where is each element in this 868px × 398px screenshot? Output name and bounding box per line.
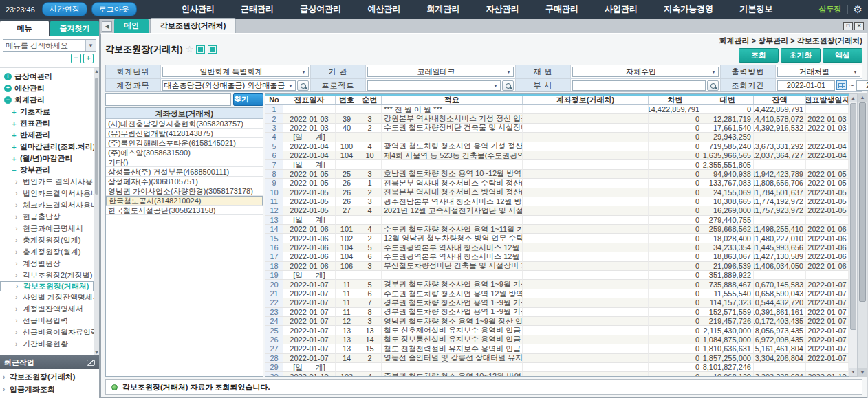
table-row-1[interactable]: 1*** 전 월 이 월 ***14,422,859,791014,422,85… xyxy=(265,105,849,114)
sidebar-item-11[interactable]: ›체크카드결의서사용내역 xyxy=(0,199,94,211)
topbar-menu-item-9[interactable]: 기본정보 xyxy=(739,3,772,15)
tree-scrollbar[interactable]: ▲ ▼ xyxy=(94,68,99,355)
client-list-item-3[interactable]: (주)에스알(3058631590) xyxy=(106,148,263,157)
client-list-item-1[interactable]: (유)무림산업개발(4128143875) xyxy=(106,129,263,138)
minimize-icon[interactable]: □ xyxy=(843,22,853,30)
table-row-15[interactable]: 152022-01-06102212월 영남권 철도차량청소 방역 업무 수탁비… xyxy=(265,234,849,243)
period-from-input[interactable]: 2022-01-01 xyxy=(777,80,835,91)
sidebar-item-20[interactable]: ›계정별잔액명세서 xyxy=(0,303,94,315)
sidebar-item-15[interactable]: ›총계정원장(월계) xyxy=(0,246,94,258)
tab-doc-ledger[interactable]: 각보조원장(거래처) xyxy=(150,18,236,33)
topbar-menu-item-3[interactable]: 예산관리 xyxy=(367,3,400,15)
topbar-menu-item-1[interactable]: 근태관리 xyxy=(241,3,274,15)
sidebar-item-16[interactable]: ›계정별원장 xyxy=(0,258,94,269)
client-list-item-4[interactable]: 기타() xyxy=(106,157,263,167)
account-lookup-button[interactable] xyxy=(297,80,309,91)
table-row-24[interactable]: 242022-01-07123영남권 철도차량 청소 용역 1~9월 정산 입금… xyxy=(265,317,849,326)
table-row-20[interactable]: 202022-01-07115경부권 철도차량 청소사업 용역 1~9월 기성 … xyxy=(265,280,849,289)
col-balance[interactable]: 잔액 xyxy=(754,96,806,104)
client-list-item-2[interactable]: (주)록인김해레스포타운(6158145021) xyxy=(106,138,263,148)
search-button[interactable]: 조회 xyxy=(739,48,779,63)
table-row-13[interactable]: 13[일 계]0279,440,755 xyxy=(265,216,849,225)
tab-menu[interactable]: 메뉴 xyxy=(0,21,49,36)
excel-button[interactable]: 엑셀 xyxy=(823,48,862,63)
sidebar-item-18[interactable]: ›각보조원장(거래처) xyxy=(0,281,94,291)
tab-scroll-left-icon[interactable]: ◀ xyxy=(102,21,112,32)
scrollbar-thumb[interactable] xyxy=(859,102,866,302)
topbar-menu-item-4[interactable]: 회계관리 xyxy=(427,3,460,15)
table-row-11[interactable]: 112022-01-05263광주전남본부 역사내 청소서비스 12월 방역비용… xyxy=(265,197,849,206)
topbar-menu-item-2[interactable]: 급상여관리 xyxy=(300,3,341,15)
table-row-28[interactable]: 282022-01-07142영동선 솔안터널 및 강릉선 장대터널 유지관리 … xyxy=(265,354,849,363)
topbar-menu-item-8[interactable]: 지속가능경영 xyxy=(664,3,713,15)
project-select[interactable]: ▼ xyxy=(367,80,501,91)
col-debit[interactable]: 차변 xyxy=(649,96,702,104)
client-list-item-0[interactable]: (사)대전충남경영자총협회(3058203757) xyxy=(106,119,263,129)
page-scrollbar[interactable]: ▲ ▼ xyxy=(858,93,867,377)
sidebar-item-9[interactable]: ›법인카드 결의서사용 내역 xyxy=(0,176,94,188)
sidebar-item-7[interactable]: +(월/년)마감관리 xyxy=(0,153,94,164)
scroll-down-icon[interactable]: ▼ xyxy=(858,368,867,377)
sidebar-item-23[interactable]: ›기간비용현황 xyxy=(0,338,94,350)
table-row-25[interactable]: 252022-01-071313철도 신호제어설비 유지보수 용역비 입금02,… xyxy=(265,326,849,335)
sidebar-item-6[interactable]: +일마감관리(조회.처리) xyxy=(0,141,94,153)
col-credit[interactable]: 대변 xyxy=(702,96,754,104)
table-row-17[interactable]: 172022-01-061046수도권광역본부 역사내 청소서비스 12월 방역… xyxy=(265,252,849,261)
tab-favorites[interactable]: 즐겨찾기 xyxy=(50,21,99,36)
fund-select[interactable]: 자체수입▼ xyxy=(572,67,719,77)
col-no[interactable]: No xyxy=(265,96,283,104)
acct-unit-select[interactable]: 일반회계 특별회계▼ xyxy=(162,67,309,77)
collapse-all-button[interactable]: − xyxy=(71,54,81,63)
client-list-item-5[interactable]: 삼성물산(주) 건설부문(4688500111) xyxy=(106,167,263,177)
scroll-up-icon[interactable]: ▲ xyxy=(94,69,99,74)
table-row-22[interactable]: 222022-01-07117경부권 철도차량 청소사업 용역 1~9월 기성 … xyxy=(265,298,849,307)
scrollbar-thumb[interactable] xyxy=(850,103,856,330)
sidebar-item-17[interactable]: ›각보조원장2(계정별) xyxy=(0,269,94,281)
favorite-star-icon[interactable]: ☆ xyxy=(186,44,194,54)
close-icon[interactable]: ✕ xyxy=(854,22,864,30)
sidebar-item-12[interactable]: ›현금출납장 xyxy=(0,211,94,223)
period-to-input[interactable]: 2022-12-31 xyxy=(856,80,868,91)
clear-recent-icon[interactable] xyxy=(87,360,95,366)
col-number[interactable]: 번호 xyxy=(336,96,358,104)
table-row-29[interactable]: 29[일 계]08,101,827,246 xyxy=(265,363,849,372)
sidebar-item-1[interactable]: +예산관리 xyxy=(0,82,94,94)
client-list-item-9[interactable]: 한국철도시설공단(3058213158) xyxy=(106,206,263,215)
client-list-item-7[interactable]: 영남권 가야사업소(차량환경)(3058173178) xyxy=(106,186,263,196)
sidebar-item-8[interactable]: −장부관리 xyxy=(0,164,94,176)
table-scrollbar[interactable]: ▲ ▼ xyxy=(849,93,858,377)
table-row-27[interactable]: 272022-01-071315철도 전철전력설비 유지보수 용역비 입금01,… xyxy=(265,344,849,353)
help-icon[interactable] xyxy=(208,45,217,54)
table-row-18[interactable]: 182022-01-061063부산철도차량정비단 건축물 및 시설장비 기성 … xyxy=(265,262,849,271)
calendar-icon[interactable] xyxy=(836,80,847,90)
table-row-23[interactable]: 232022-01-07118경부권 철도차량 청소사업 용역 1~9월 기성 … xyxy=(265,308,849,317)
gear-icon[interactable]: ⚙ xyxy=(854,3,862,16)
col-account-info[interactable]: 계좌정보(거래처) xyxy=(523,96,649,104)
col-description[interactable]: 적요 xyxy=(382,96,523,104)
topbar-menu-item-0[interactable]: 인사관리 xyxy=(182,3,215,15)
reset-button[interactable]: 초기화 xyxy=(781,48,821,63)
menu-search-input[interactable] xyxy=(3,40,85,51)
sidebar-item-10[interactable]: ›법인카드결의서사용내역2 xyxy=(0,188,94,199)
topbar-menu-item-5[interactable]: 자산관리 xyxy=(486,3,519,15)
col-seq[interactable]: 순번 xyxy=(358,96,382,104)
recent-task-1[interactable]: ›입금계좌조회 xyxy=(0,383,99,395)
table-row-4[interactable]: 4[일 계]029,943,259 xyxy=(265,133,849,142)
table-row-26[interactable]: 262022-01-071314철도 정보통신설비 유지보수 용역비 입금01,… xyxy=(265,335,849,344)
table-row-8[interactable]: 82022-01-05253호남권 철도차량 청소 용역 10~12월 방역 정… xyxy=(265,170,849,179)
scrollbar-thumb[interactable] xyxy=(95,78,98,195)
dept-lookup-button[interactable] xyxy=(707,80,719,91)
table-row-30[interactable]: 302022-01-101034중부권 철도차량 청소 용역 10~12월 방역… xyxy=(265,372,849,376)
client-list-item-6[interactable]: 삼성페자(주)(3068105751) xyxy=(106,177,263,186)
recent-task-0[interactable]: ›각보조원장(거래처) xyxy=(0,371,99,383)
table-row-7[interactable]: 7[일 계]02,355,551,805 xyxy=(265,160,849,169)
table-row-10[interactable]: 102022-01-05262전북본부 역사내 청소서비스 방역비 정산(7~1… xyxy=(265,188,849,197)
sidebar-item-21[interactable]: ›선급비용입력 xyxy=(0,315,94,327)
scroll-up-icon[interactable]: ▲ xyxy=(858,93,867,102)
scroll-down-icon[interactable]: ▼ xyxy=(94,350,99,355)
table-row-2[interactable]: 22022-01-03393강원본부 역사내청소서비스 기성 정산 입금012,… xyxy=(265,114,849,123)
topbar-menu-item-7[interactable]: 사업관리 xyxy=(605,3,638,15)
extend-time-button[interactable]: 시간연장 xyxy=(42,2,87,16)
col-voucher-date[interactable]: 전표일자 xyxy=(283,96,336,104)
sidebar-item-14[interactable]: ›총계정원장(일계) xyxy=(0,234,94,246)
